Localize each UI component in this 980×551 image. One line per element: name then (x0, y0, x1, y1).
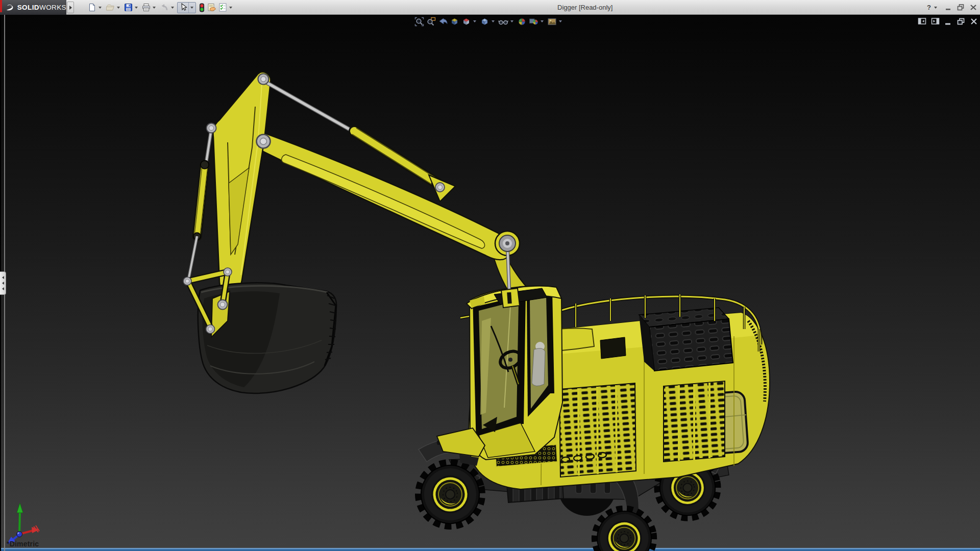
brand-text: SOLIDWORKS (17, 4, 66, 11)
previous-view-button[interactable] (437, 16, 449, 27)
rebuild-button[interactable] (198, 2, 206, 13)
view-orientation-button[interactable] (460, 16, 472, 27)
save-button[interactable] (123, 2, 134, 13)
display-style-dropdown[interactable] (492, 20, 495, 22)
new-dropdown[interactable] (99, 7, 102, 9)
help-dropdown[interactable] (934, 7, 937, 9)
headsup-view-toolbar (413, 16, 565, 27)
help-button[interactable]: ? (927, 4, 931, 11)
save-icon (124, 3, 133, 12)
graphics-viewport[interactable]: *Dimetric (0, 15, 980, 551)
boom-arm-assembly[interactable] (188, 72, 547, 314)
display-style-button[interactable] (479, 16, 491, 27)
edit-appearance-button[interactable] (516, 16, 528, 27)
apply-scene-icon (529, 17, 538, 27)
zoom-to-area-button[interactable] (425, 16, 437, 27)
restore-button[interactable] (957, 4, 965, 11)
select-cursor-button[interactable] (178, 2, 188, 13)
previous-view-icon (438, 17, 448, 27)
select-tool-group (177, 2, 196, 13)
view-settings-button[interactable] (546, 16, 558, 27)
cab[interactable] (437, 286, 562, 466)
doc-close-button[interactable] (970, 17, 978, 26)
options-icon (218, 3, 227, 12)
y-axis (19, 512, 20, 534)
menu-flyout-button[interactable] (67, 2, 74, 13)
rebuild-traffic-light-icon (199, 3, 205, 12)
hide-show-items-button[interactable] (497, 16, 509, 27)
orientation-triad[interactable] (7, 503, 39, 544)
new-document-button[interactable] (87, 2, 97, 13)
view-settings-icon (547, 17, 557, 27)
title-bar: SOLIDWORKS (0, 0, 980, 15)
standard-toolbar (87, 2, 235, 13)
select-dropdown[interactable] (188, 3, 195, 13)
view-settings-dropdown[interactable] (559, 20, 562, 22)
view-orientation-icon (461, 17, 471, 27)
ds-swirl-icon (5, 4, 15, 12)
seat (532, 348, 545, 386)
hide-show-items-icon (498, 17, 508, 27)
zoom-to-fit-button[interactable] (413, 16, 425, 27)
hide-show-items-dropdown[interactable] (510, 20, 513, 22)
logo-red-accent (0, 0, 2, 12)
zoom-to-area-icon (426, 17, 436, 27)
save-dropdown[interactable] (135, 7, 138, 9)
file-properties-icon (207, 3, 216, 12)
edit-appearance-icon (517, 17, 527, 27)
undo-icon (160, 3, 169, 12)
show-feature-pane-button[interactable] (918, 17, 926, 26)
open-document-icon (106, 3, 115, 12)
section-view-button[interactable] (449, 16, 460, 27)
excavator-model[interactable] (0, 15, 980, 551)
minimize-button[interactable] (945, 4, 952, 11)
section-view-icon (450, 17, 459, 27)
zoom-to-fit-icon (414, 17, 424, 27)
collapsed-feature-pane-tab[interactable] (0, 271, 6, 295)
open-document-button[interactable] (105, 2, 116, 13)
radiator-grille-front (649, 319, 733, 371)
display-style-icon (480, 17, 489, 27)
file-properties-button[interactable] (206, 2, 217, 13)
apply-scene-dropdown[interactable] (541, 20, 544, 22)
view-orientation-dropdown[interactable] (473, 20, 476, 22)
window-title: Digger [Read-only] (557, 0, 612, 15)
document-window-controls (918, 17, 978, 26)
open-dropdown[interactable] (117, 7, 120, 9)
triad-origin (17, 532, 22, 537)
select-cursor-icon (179, 3, 187, 12)
options-button[interactable] (217, 2, 228, 13)
doc-restore-button[interactable] (957, 17, 965, 26)
options-dropdown[interactable] (229, 7, 232, 9)
close-button[interactable] (970, 4, 977, 11)
print-button[interactable] (141, 2, 152, 13)
apply-scene-button[interactable] (528, 16, 540, 27)
window-controls: ? (927, 0, 977, 15)
print-dropdown[interactable] (153, 7, 156, 9)
doc-minimize-button[interactable] (944, 17, 952, 26)
print-icon (142, 3, 151, 12)
undo-button[interactable] (159, 2, 170, 13)
view-orientation-label: *Dimetric (7, 540, 39, 548)
solidworks-logo: SOLIDWORKS (0, 0, 66, 15)
show-display-pane-button[interactable] (931, 17, 940, 26)
undo-dropdown[interactable] (171, 7, 174, 9)
new-document-icon (88, 3, 96, 12)
